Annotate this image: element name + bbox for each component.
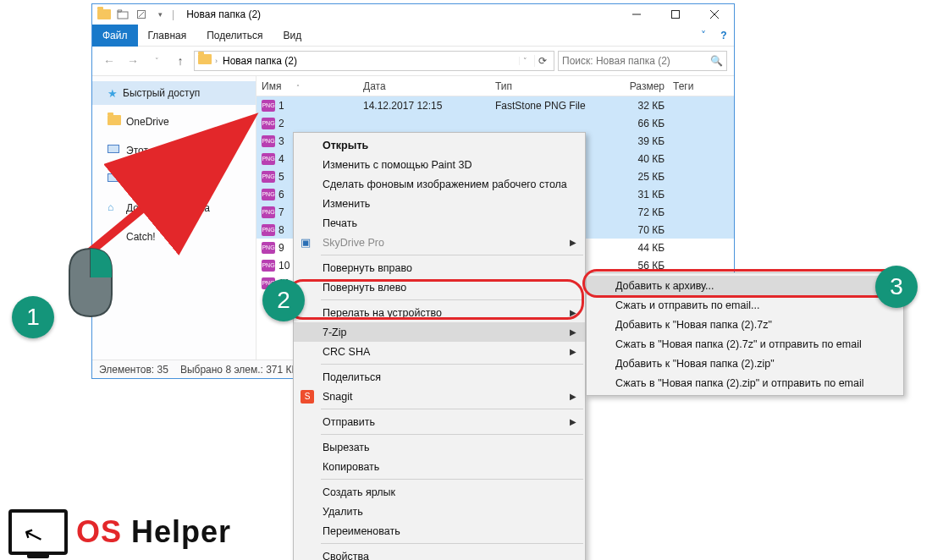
- maximize-button[interactable]: [656, 4, 695, 25]
- context-item[interactable]: Добавить к "Новая папка (2).zip": [587, 354, 903, 373]
- column-size[interactable]: Размер: [605, 80, 673, 92]
- forward-button[interactable]: →: [123, 51, 143, 71]
- file-size: 39 КБ: [605, 135, 673, 147]
- nav-network[interactable]: Сеть: [92, 167, 256, 191]
- png-icon: PNG: [262, 135, 275, 147]
- logo: ↖ OS Helper: [8, 509, 231, 555]
- context-item[interactable]: Добавить к "Новая папка (2).7z": [587, 315, 903, 334]
- context-item[interactable]: Переименовать: [294, 521, 585, 541]
- context-item[interactable]: Отправить▶: [294, 412, 585, 431]
- context-item[interactable]: Копировать: [294, 457, 585, 476]
- qat-dropdown-icon[interactable]: ▾: [152, 6, 168, 23]
- context-item[interactable]: Удалить: [294, 502, 585, 521]
- context-label: Поделиться: [323, 371, 381, 383]
- context-item[interactable]: CRC SHA▶: [294, 342, 585, 361]
- qat-divider: |: [168, 8, 178, 20]
- context-item[interactable]: Сжать и отправить по email...: [587, 295, 903, 315]
- context-label: Сжать и отправить по email...: [615, 299, 759, 311]
- breadcrumb[interactable]: Новая папка (2): [221, 55, 299, 67]
- address-bar[interactable]: › Новая папка (2) ˅ ⟳: [194, 51, 554, 71]
- file-name: 3: [278, 135, 284, 147]
- tab-home[interactable]: Главная: [138, 25, 197, 47]
- context-label: CRC SHA: [323, 346, 370, 358]
- file-name: 7: [278, 206, 284, 218]
- search-input[interactable]: [562, 55, 710, 67]
- file-name: 4: [278, 153, 284, 165]
- context-label: Добавить к архиву...: [615, 280, 714, 292]
- nav-homegroup[interactable]: ⌂ Домашняя группа: [92, 196, 256, 220]
- file-name: 5: [278, 171, 284, 183]
- context-item[interactable]: 7-Zip▶: [294, 322, 585, 342]
- context-separator: [321, 409, 583, 409]
- file-row[interactable]: PNG266 КБ: [256, 114, 734, 132]
- help-icon[interactable]: ?: [714, 30, 734, 41]
- context-item[interactable]: ▣SkyDrive Pro▶: [294, 233, 585, 252]
- column-tags[interactable]: Теги: [673, 80, 715, 92]
- context-item[interactable]: Открыть: [294, 135, 585, 155]
- file-size: 72 КБ: [605, 206, 673, 218]
- chevron-right-icon: ▶: [570, 238, 576, 247]
- ribbon: Файл Главная Поделиться Вид ˅ ?: [92, 25, 734, 47]
- column-headers: Имя ˄ Дата Тип Размер Теги: [256, 76, 734, 96]
- context-separator: [321, 255, 583, 255]
- context-item[interactable]: Свойства: [294, 546, 585, 560]
- context-item[interactable]: Повернуть влево: [294, 277, 585, 297]
- context-item[interactable]: Повернуть вправо: [294, 258, 585, 277]
- nav-quick-access[interactable]: ★ Быстрый доступ: [92, 81, 256, 105]
- context-separator: [321, 479, 583, 480]
- minimize-button[interactable]: [617, 4, 656, 25]
- homegroup-icon: ⌂: [108, 201, 121, 215]
- nav-label: Этот компьютер: [126, 145, 202, 156]
- back-button[interactable]: ←: [99, 51, 119, 71]
- column-type[interactable]: Тип: [495, 80, 605, 92]
- context-item[interactable]: Сжать в "Новая папка (2).zip" и отправит…: [587, 373, 903, 393]
- context-item[interactable]: Создать ярлык: [294, 482, 585, 502]
- search-box[interactable]: 🔍: [558, 51, 727, 71]
- context-item[interactable]: Изменить: [294, 194, 585, 213]
- file-name: 1: [278, 100, 284, 112]
- context-item[interactable]: Перелать на устройство▶: [294, 303, 585, 322]
- cloud-icon: ▣: [301, 236, 314, 250]
- refresh-icon[interactable]: ⟳: [534, 55, 550, 67]
- file-type: FastStone PNG File: [495, 100, 605, 112]
- chevron-right-icon: ▶: [570, 347, 576, 356]
- address-dropdown-icon[interactable]: ˅: [519, 57, 531, 65]
- context-item[interactable]: SSnagit▶: [294, 387, 585, 406]
- context-item[interactable]: Сжать в "Новая папка (2).7z" и отправить…: [587, 334, 903, 354]
- tab-view[interactable]: Вид: [273, 25, 312, 47]
- chevron-right-icon[interactable]: ›: [215, 57, 218, 65]
- ribbon-expand-icon[interactable]: ˅: [693, 30, 714, 41]
- context-label: Изменить с помощью Paint 3D: [323, 159, 472, 171]
- context-label: Повернуть вправо: [323, 262, 412, 274]
- nav-label: OneDrive: [126, 116, 169, 128]
- close-button[interactable]: [695, 4, 734, 25]
- file-size: 40 КБ: [605, 153, 673, 165]
- nav-this-pc[interactable]: Этот компьютер: [92, 139, 256, 162]
- search-icon[interactable]: 🔍: [710, 55, 723, 67]
- context-label: Перелать на устройство: [323, 307, 442, 319]
- context-item[interactable]: Вырезать: [294, 437, 585, 457]
- file-row[interactable]: PNG114.12.2017 12:15FastStone PNG File32…: [256, 96, 734, 114]
- file-size: 70 КБ: [605, 224, 673, 236]
- file-size: 56 КБ: [605, 260, 673, 272]
- recent-dropdown-icon[interactable]: ˅: [146, 51, 167, 71]
- png-icon: PNG: [262, 224, 275, 236]
- tab-share[interactable]: Поделиться: [196, 25, 273, 47]
- context-label: Печать: [323, 217, 357, 229]
- context-item[interactable]: Печать: [294, 213, 585, 233]
- tab-file[interactable]: Файл: [92, 25, 138, 47]
- nav-onedrive[interactable]: OneDrive: [92, 110, 256, 134]
- qat-properties-icon[interactable]: [133, 6, 150, 23]
- qat-new-folder-icon[interactable]: [114, 6, 131, 23]
- column-name[interactable]: Имя ˄: [262, 80, 363, 92]
- context-item[interactable]: Добавить к архиву...: [587, 276, 903, 295]
- up-button[interactable]: ↑: [170, 51, 190, 71]
- context-submenu-7zip: Добавить к архиву...Сжать и отправить по…: [586, 272, 904, 396]
- context-item[interactable]: Изменить с помощью Paint 3D: [294, 155, 585, 174]
- column-date[interactable]: Дата: [363, 80, 495, 92]
- annotation-step-2: 2: [262, 279, 305, 321]
- svg-rect-0: [118, 12, 128, 19]
- context-item[interactable]: Сделать фоновым изображением рабочего ст…: [294, 174, 585, 194]
- context-item[interactable]: Поделиться: [294, 367, 585, 387]
- catch-icon: ●: [108, 230, 121, 244]
